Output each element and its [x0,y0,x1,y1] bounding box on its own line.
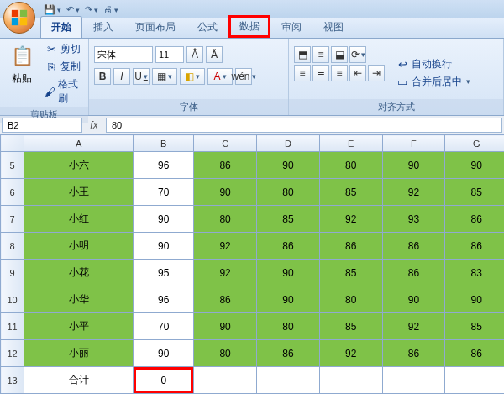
formula-input[interactable] [106,118,502,133]
col-header[interactable]: A [24,135,134,152]
cell[interactable]: 86 [445,233,504,260]
cell[interactable]: 96 [134,286,194,313]
cell[interactable]: 小六 [24,152,134,179]
row-header[interactable]: 13 [1,367,24,394]
cell[interactable]: 95 [134,260,194,286]
cell[interactable]: 90 [445,286,504,313]
cell[interactable]: 小丽 [24,340,134,367]
cell[interactable]: 90 [194,313,257,340]
cell[interactable]: 85 [257,206,320,233]
row-header[interactable]: 10 [1,286,24,313]
cell[interactable]: 90 [257,260,320,286]
tab-data[interactable]: 数据 [228,15,270,38]
tab-page-layout[interactable]: 页面布局 [124,16,186,38]
row-header[interactable]: 11 [1,313,24,340]
align-center-button[interactable]: ≣ [312,65,329,81]
print-icon[interactable]: 🖨 [103,4,118,14]
align-left-button[interactable]: ≡ [294,65,311,81]
cell[interactable]: 小花 [24,260,134,286]
align-bottom-button[interactable]: ⬓ [331,46,348,63]
cell[interactable]: 93 [382,206,445,233]
row-header[interactable]: 8 [1,233,24,260]
col-header[interactable]: G [445,135,504,152]
cell[interactable]: 92 [382,179,445,206]
cell[interactable]: 86 [382,233,445,260]
increase-indent-button[interactable]: ⇥ [368,65,385,81]
cell[interactable]: 85 [319,260,382,286]
orientation-button[interactable]: ⟳ [349,46,366,63]
cell[interactable]: 86 [319,233,382,260]
cell[interactable]: 80 [319,152,382,179]
merge-center-button[interactable]: ▭合并后居中 [393,74,473,90]
align-top-button[interactable]: ⬒ [294,46,311,63]
save-icon[interactable]: 💾 [44,4,61,15]
cell[interactable]: 86 [382,260,445,286]
cell[interactable]: 80 [257,179,320,206]
cell[interactable]: 90 [194,179,257,206]
wrap-text-button[interactable]: ↩自动换行 [393,56,473,72]
cell[interactable]: 85 [445,313,504,340]
cell[interactable]: 85 [445,179,504,206]
cell[interactable]: 90 [382,152,445,179]
cell[interactable]: 合计 [24,367,134,394]
border-button[interactable]: ▦ [152,68,177,85]
font-color-button[interactable]: A [207,68,233,85]
cell[interactable]: 92 [382,313,445,340]
cell[interactable] [319,367,382,394]
cell[interactable]: 小明 [24,233,134,260]
col-header[interactable]: D [257,135,320,152]
col-header[interactable]: C [194,135,257,152]
cell[interactable]: 80 [194,340,257,367]
cell[interactable]: 83 [445,260,504,286]
font-size-select[interactable] [155,46,184,63]
cell[interactable]: 小红 [24,206,134,233]
format-painter-button[interactable]: 🖌格式刷 [42,76,83,107]
cell[interactable]: 70 [134,179,194,206]
cell[interactable] [257,367,320,394]
cell[interactable] [445,367,504,394]
cell[interactable]: 86 [257,233,320,260]
cell[interactable]: 86 [382,340,445,367]
copy-button[interactable]: ⎘复制 [42,59,83,75]
tab-home[interactable]: 开始 [40,16,82,38]
font-name-select[interactable] [94,46,153,63]
cell[interactable]: 小华 [24,286,134,313]
row-header[interactable]: 5 [1,152,24,179]
cell[interactable]: 90 [134,233,194,260]
row-header[interactable]: 7 [1,206,24,233]
fill-color-button[interactable]: ◧ [180,68,205,85]
cell[interactable]: 90 [382,286,445,313]
cell[interactable]: 86 [445,206,504,233]
redo-icon[interactable]: ↷ [85,4,98,15]
cell[interactable]: 92 [319,206,382,233]
cell[interactable]: 90 [134,206,194,233]
cell[interactable]: 85 [319,313,382,340]
tab-insert[interactable]: 插入 [82,16,124,38]
align-right-button[interactable]: ≡ [331,65,348,81]
cell[interactable]: 70 [134,313,194,340]
cell[interactable]: 86 [445,340,504,367]
col-header[interactable]: F [382,135,445,152]
cell[interactable]: 0 [134,367,194,394]
tab-formulas[interactable]: 公式 [186,16,228,38]
cell[interactable]: 90 [134,340,194,367]
cell[interactable]: 96 [134,152,194,179]
undo-icon[interactable]: ↶ [66,4,80,15]
decrease-indent-button[interactable]: ⇤ [349,65,366,81]
cell[interactable]: 80 [319,286,382,313]
cell[interactable]: 90 [445,152,504,179]
fx-icon[interactable]: fx [84,119,104,131]
cell[interactable]: 80 [194,206,257,233]
cell[interactable]: 80 [257,313,320,340]
italic-button[interactable]: I [113,68,130,85]
cell[interactable]: 86 [194,286,257,313]
row-header[interactable]: 12 [1,340,24,367]
tab-review[interactable]: 审阅 [270,16,312,38]
bold-button[interactable]: B [94,68,111,85]
cell[interactable]: 86 [194,152,257,179]
row-header[interactable]: 6 [1,179,24,206]
select-all-corner[interactable] [1,135,24,152]
cut-button[interactable]: ✂剪切 [42,41,83,57]
cell[interactable]: 90 [257,152,320,179]
decrease-font-button[interactable]: Ǎ [206,46,223,63]
